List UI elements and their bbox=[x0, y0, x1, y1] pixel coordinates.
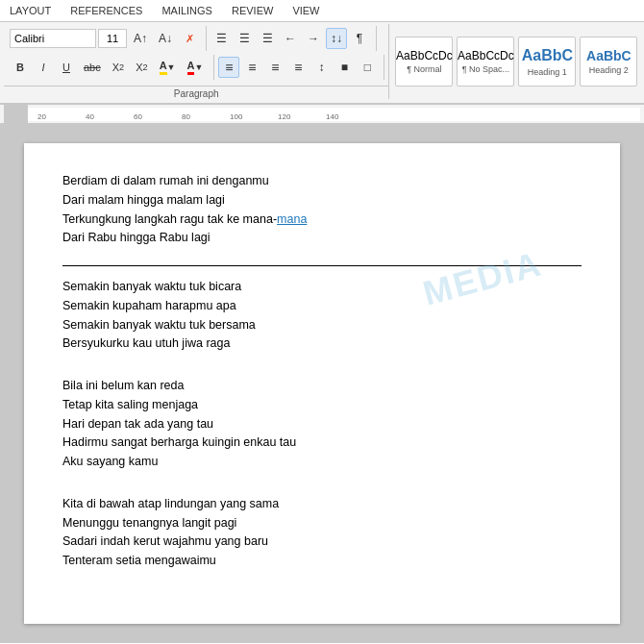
underline-button[interactable]: U bbox=[56, 57, 77, 78]
style-nospace-preview: AaBbCcDc bbox=[458, 49, 514, 62]
doc-separator-1 bbox=[62, 266, 582, 278]
strikethrough-button[interactable]: abc bbox=[79, 57, 106, 78]
doc-line-4[interactable]: Dari Rabu hingga Rabu lagi bbox=[62, 229, 582, 248]
ruler: 20 40 60 80 100 120 140 bbox=[0, 105, 644, 124]
highlight-mana: mana bbox=[277, 212, 307, 226]
menu-references[interactable]: REFERENCES bbox=[61, 2, 152, 19]
doc-text-16: Sadari indah kerut wajahmu yang baru bbox=[62, 533, 268, 551]
doc-text-12: Hadirmu sangat berharga kuingin enkau ta… bbox=[62, 433, 296, 452]
style-nospace[interactable]: AaBbCcDc ¶ No Spac... bbox=[457, 37, 514, 87]
multilevel-button[interactable]: ☰ bbox=[257, 28, 278, 49]
align-right-button[interactable]: ≡ bbox=[264, 57, 285, 78]
doc-text-3: Terkungkung langkah ragu tak ke mana-man… bbox=[62, 211, 307, 229]
subscript-button[interactable]: X2 bbox=[108, 57, 129, 78]
doc-separator-4 bbox=[62, 472, 582, 483]
font-size-input[interactable] bbox=[98, 29, 127, 48]
list-group: ☰ ☰ ☰ ← → ↕↓ ¶ bbox=[209, 26, 377, 51]
doc-text-6: Semakin kupaham harapmu apa bbox=[62, 297, 236, 315]
align-left-button[interactable]: ≡ bbox=[218, 57, 239, 78]
style-heading2-preview: AaBbC bbox=[586, 48, 632, 64]
doc-line-8[interactable]: Bersyukurku kau utuh jiwa raga bbox=[62, 334, 582, 354]
borders-button[interactable]: □ bbox=[357, 57, 378, 78]
ribbon: A↑ A↓ ✗ ☰ ☰ ☰ ← → ↕↓ ¶ B bbox=[0, 22, 644, 105]
line-spacing-button[interactable]: ↕ bbox=[310, 57, 332, 78]
document-area[interactable]: MEDIA Berdiam di dalam rumah ini denganm… bbox=[0, 124, 644, 643]
doc-separator-5 bbox=[62, 483, 582, 495]
doc-line-11[interactable]: Hari depan tak ada yang tau bbox=[62, 415, 582, 434]
doc-separator-3 bbox=[62, 365, 582, 377]
doc-line-7[interactable]: Semakin banyak waktu tuk bersama bbox=[62, 316, 582, 335]
doc-line-1[interactable]: Berdiam di dalam rumah ini denganmu bbox=[62, 172, 582, 191]
doc-text-1: Berdiam di dalam rumah ini denganmu bbox=[62, 172, 269, 190]
clear-format-button[interactable]: ✗ bbox=[179, 28, 200, 49]
style-nospace-name: ¶ No Spac... bbox=[462, 64, 509, 74]
doc-text-13: Aku sayang kamu bbox=[62, 453, 158, 471]
justify-button[interactable]: ≡ bbox=[287, 57, 309, 78]
doc-text-2: Dari malam hingga malam lagi bbox=[62, 191, 225, 210]
doc-line-cursor[interactable] bbox=[62, 248, 582, 266]
menu-mailings[interactable]: MAILINGS bbox=[152, 2, 222, 19]
style-heading1[interactable]: AaBbC Heading 1 bbox=[518, 37, 576, 87]
font-color-button[interactable]: A▼ bbox=[183, 57, 209, 78]
doc-line-10[interactable]: Tetap kita saling menjaga bbox=[62, 396, 582, 415]
doc-text-14: Kita di bawah atap lindungan yang sama bbox=[62, 495, 279, 513]
alignment-group: ≡ ≡ ≡ ≡ ↕ ■ □ bbox=[216, 55, 384, 80]
menu-bar: LAYOUT REFERENCES MAILINGS REVIEW VIEW bbox=[0, 0, 644, 22]
doc-text-4: Dari Rabu hingga Rabu lagi bbox=[62, 229, 211, 247]
doc-line-6[interactable]: Semakin kupaham harapmu apa bbox=[62, 297, 582, 316]
doc-text-9: Bila ini belum kan reda bbox=[62, 377, 184, 395]
doc-text-15: Menunggu tenangnya langit pagi bbox=[62, 514, 236, 533]
style-normal-name: ¶ Normal bbox=[407, 64, 441, 74]
font-group: A↑ A↓ ✗ bbox=[8, 26, 207, 51]
doc-line-3[interactable]: Terkungkung langkah ragu tak ke mana-man… bbox=[62, 211, 582, 230]
doc-text-8: Bersyukurku kau utuh jiwa raga bbox=[62, 334, 230, 353]
menu-review[interactable]: REVIEW bbox=[222, 2, 283, 19]
doc-text-11: Hari depan tak ada yang tau bbox=[62, 415, 213, 433]
shrink-font-button[interactable]: A↓ bbox=[154, 28, 177, 49]
bold-button[interactable]: B bbox=[10, 57, 31, 78]
doc-text-10: Tetap kita saling menjaga bbox=[62, 396, 198, 414]
style-normal[interactable]: AaBbCcDc ¶ Normal bbox=[395, 37, 453, 87]
font-name-input[interactable] bbox=[10, 29, 96, 48]
doc-line-13[interactable]: Aku sayang kamu bbox=[62, 453, 582, 472]
menu-layout[interactable]: LAYOUT bbox=[0, 2, 61, 19]
style-heading1-name: Heading 1 bbox=[528, 67, 567, 77]
style-heading2-name: Heading 2 bbox=[589, 65, 629, 75]
doc-line-12[interactable]: Hadirmu sangat berharga kuingin enkau ta… bbox=[62, 433, 582, 453]
doc-line-15[interactable]: Menunggu tenangnya langit pagi bbox=[62, 514, 582, 533]
font-format-group: B I U abc X2 X2 A▼ A▼ bbox=[8, 55, 214, 80]
doc-line-17[interactable]: Tenteram setia mengawaimu bbox=[62, 552, 582, 571]
doc-line-5[interactable]: Semakin banyak waktu tuk bicara bbox=[62, 278, 582, 297]
bullets-button[interactable]: ☰ bbox=[211, 28, 232, 49]
grow-font-button[interactable]: A↑ bbox=[129, 28, 152, 49]
doc-text-17: Tenteram setia mengawaimu bbox=[62, 552, 216, 570]
align-center-button[interactable]: ≡ bbox=[241, 57, 262, 78]
decrease-indent-button[interactable]: ← bbox=[280, 28, 301, 49]
styles-panel: AaBbCcDc ¶ Normal AaBbCcDc ¶ No Spac... … bbox=[388, 24, 644, 99]
document-page: MEDIA Berdiam di dalam rumah ini denganm… bbox=[24, 143, 620, 624]
doc-line-9[interactable]: Bila ini belum kan reda bbox=[62, 377, 582, 396]
menu-view[interactable]: VIEW bbox=[283, 2, 329, 19]
increase-indent-button[interactable]: → bbox=[303, 28, 324, 49]
highlight-button[interactable]: A▼ bbox=[155, 57, 181, 78]
italic-button[interactable]: I bbox=[33, 57, 54, 78]
sort-button[interactable]: ↕↓ bbox=[326, 28, 347, 49]
paragraph-label: Paragraph bbox=[4, 86, 388, 99]
style-heading1-preview: AaBbC bbox=[522, 46, 573, 64]
doc-text-7: Semakin banyak waktu tuk bersama bbox=[62, 316, 256, 334]
show-hide-button[interactable]: ¶ bbox=[349, 28, 370, 49]
doc-line-16[interactable]: Sadari indah kerut wajahmu yang baru bbox=[62, 533, 582, 552]
shading-button[interactable]: ■ bbox=[334, 57, 355, 78]
superscript-button[interactable]: X2 bbox=[131, 57, 152, 78]
doc-text-5: Semakin banyak waktu tuk bicara bbox=[62, 278, 241, 296]
doc-line-2[interactable]: Dari malam hingga malam lagi bbox=[62, 191, 582, 211]
doc-separator-2 bbox=[62, 354, 582, 365]
style-heading2[interactable]: AaBbC Heading 2 bbox=[580, 37, 637, 87]
numbering-button[interactable]: ☰ bbox=[234, 28, 255, 49]
style-normal-preview: AaBbCcDc bbox=[396, 49, 453, 62]
doc-line-14[interactable]: Kita di bawah atap lindungan yang sama bbox=[62, 495, 582, 514]
